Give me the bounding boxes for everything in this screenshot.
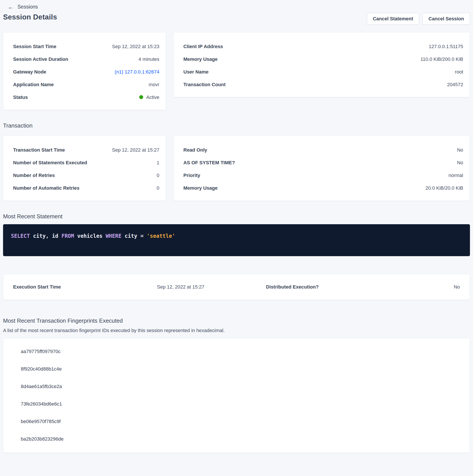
fingerprints-subtitle: A list of the most recent transaction fi… [3,328,470,333]
detail-row: Memory Usage 20.0 KiB/20.0 KiB [183,182,463,194]
detail-row: Number of Retries 0 [13,169,159,182]
sql-statement-box: SELECT city, id FROM vehicles WHERE city… [3,224,470,256]
sql-token: SELECT [11,233,30,239]
breadcrumb-sessions-link[interactable]: Sessions [17,4,38,10]
detail-value: Sep 12, 2022 at 15:27 [112,147,159,153]
header-row: Session Details Cancel Statement Cancel … [3,13,470,25]
detail-value: 4 minutes [139,56,159,62]
detail-value: No [457,147,463,153]
fingerprints-section-title: Most Recent Transaction Fingerprints Exe… [3,317,470,324]
detail-label: Priority [183,173,200,178]
detail-label: Client IP Address [183,44,223,50]
detail-row: Transaction Count 204572 [183,78,463,91]
detail-value-text: 127.0.0.1:51175 [429,44,463,49]
fingerprint-item: be06e9570f785c9f [21,413,460,430]
back-arrow-icon[interactable]: ← [8,4,14,10]
fingerprint-item: 8d4ae61a5fb3ce2a [21,378,460,395]
detail-label: Transaction Count [183,82,226,87]
detail-value-text: No [457,160,463,165]
transaction-card-right: Read Only No AS OF SYSTEM TIME? No Prior… [173,136,470,201]
detail-row: Number of Statements Executed 1 [13,156,159,169]
fingerprint-item: 8f920c40d88b1c4e [21,360,460,378]
detail-label: Number of Retries [13,173,55,178]
execution-summary-card: Execution Start Time Sep 12, 2022 at 15:… [3,274,470,300]
detail-value: 110.0 KiB/200.0 KiB [421,56,463,62]
sql-token: vehicles [74,233,106,239]
detail-value-text: 204572 [447,82,463,87]
detail-value-text: 1 [157,160,159,165]
gateway-node-link[interactable]: (n1) 127.0.0.1:62674 [115,69,159,75]
detail-value: Active [139,95,159,100]
session-summary-card-right: Client IP Address 127.0.0.1:51175 Memory… [173,32,470,97]
detail-value: 0 [157,185,159,191]
distributed-execution-label: Distributed Execution? [236,284,348,290]
detail-value: Sep 12, 2022 at 15:23 [112,44,159,50]
detail-label: Transaction Start Time [13,147,65,153]
detail-value: 20.0 KiB/20.0 KiB [425,185,463,191]
detail-value: normal [449,173,463,178]
detail-value-text: Active [146,95,159,100]
cancel-statement-button[interactable]: Cancel Statement [367,13,419,25]
detail-value-text: 20.0 KiB/20.0 KiB [425,185,463,191]
detail-row: Number of Automatic Retries 0 [13,182,159,194]
cancel-session-button[interactable]: Cancel Session [423,13,470,25]
execution-start-time-value: Sep 12, 2022 at 15:27 [125,284,236,290]
detail-value-text: 110.0 KiB/200.0 KiB [421,56,463,62]
detail-value-text: root [455,69,463,75]
detail-value: 0 [157,173,159,178]
sql-token: WHERE [106,233,122,239]
header-actions: Cancel Statement Cancel Session [367,13,470,25]
detail-value: No [457,160,463,166]
execution-start-time-label: Execution Start Time [13,284,125,290]
detail-value-text: normal [449,173,463,178]
detail-row: Session Active Duration 4 minutes [13,53,159,66]
sql-statement-text: SELECT city, id FROM vehicles WHERE city… [11,233,175,239]
detail-row: User Name root [183,66,463,78]
page-title: Session Details [3,13,57,21]
detail-value: 204572 [447,82,463,87]
detail-value-text: Sep 12, 2022 at 15:27 [112,147,159,153]
detail-value-text: Sep 12, 2022 at 15:23 [112,44,159,49]
transaction-section-title: Transaction [3,122,470,129]
detail-value: movr [149,82,159,87]
detail-value-text: No [457,147,463,153]
distributed-execution-value: No [348,284,460,290]
detail-row: Gateway Node (n1) 127.0.0.1:62674 [13,66,159,78]
session-details-page: ← Sessions Session Details Cancel Statem… [0,0,473,453]
detail-label: User Name [183,69,209,75]
sql-token: city = [122,233,147,239]
detail-value-text: 0 [157,185,159,191]
detail-row: Application Name movr [13,78,159,91]
detail-row: AS OF SYSTEM TIME? No [183,156,463,169]
sql-token: city, id [30,233,62,239]
breadcrumb[interactable]: ← Sessions [3,0,38,10]
detail-label: Status [13,95,28,100]
detail-value-text: movr [149,82,159,87]
session-summary-row: Session Start Time Sep 12, 2022 at 15:23… [3,32,470,110]
status-active-dot [139,95,143,99]
session-summary-card-left: Session Start Time Sep 12, 2022 at 15:23… [3,32,166,110]
detail-value-text: 0 [157,173,159,178]
detail-label: Memory Usage [183,185,218,191]
detail-label: Session Start Time [13,44,56,50]
detail-row: Status Active [13,91,159,104]
transaction-card-left: Transaction Start Time Sep 12, 2022 at 1… [3,136,166,201]
detail-row: Session Start Time Sep 12, 2022 at 15:23 [13,40,159,53]
detail-row: Client IP Address 127.0.0.1:51175 [183,40,463,53]
detail-value-text[interactable]: (n1) 127.0.0.1:62674 [115,69,159,75]
detail-label: Session Active Duration [13,56,68,62]
fingerprint-item: ba2b203b823296de [21,430,460,448]
fingerprint-item: aa79775ff097970c [21,343,460,360]
detail-value: 1 [157,160,159,166]
fingerprint-item: 73fe26034bd6e6c1 [21,395,460,413]
detail-row: Transaction Start Time Sep 12, 2022 at 1… [13,144,159,156]
statement-section-title: Most Recent Statement [3,213,470,220]
detail-row: Read Only No [183,144,463,156]
detail-label: Gateway Node [13,69,46,75]
detail-value-text: 4 minutes [139,56,159,62]
detail-label: Memory Usage [183,56,218,62]
transaction-summary-row: Transaction Start Time Sep 12, 2022 at 1… [3,136,470,201]
fingerprints-card: aa79775ff097970c8f920c40d88b1c4e8d4ae61a… [3,338,470,453]
detail-label: Application Name [13,82,54,87]
detail-label: AS OF SYSTEM TIME? [183,160,235,166]
